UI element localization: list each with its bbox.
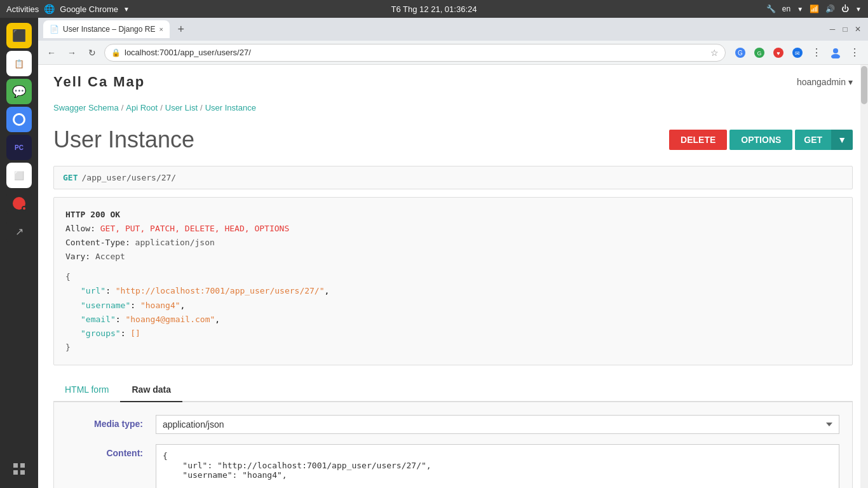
lang-arrow[interactable]: ▼ [797, 6, 803, 13]
delete-button[interactable]: DELETE [669, 130, 727, 150]
browser-name-label[interactable]: Google Chrome [60, 4, 118, 14]
sidebar-icon-home[interactable]: ⬛ [6, 23, 32, 48]
svg-rect-3 [20, 470, 25, 475]
extensions-button[interactable]: ⋮ [808, 44, 825, 61]
username-label: hoangadmin [797, 77, 846, 87]
sidebar-icon-chrome[interactable] [6, 107, 32, 132]
os-datetime: T6 Thg 12 21, 01:36:24 [391, 4, 477, 14]
action-buttons: DELETE OPTIONS GET ▼ [669, 130, 853, 150]
profile-icon[interactable] [827, 44, 844, 61]
os-dropdown-arrow[interactable]: ▼ [123, 6, 130, 13]
tab-favicon: 📄 [50, 25, 59, 34]
svg-text:G: G [738, 50, 743, 57]
breadcrumb-api-root[interactable]: Api Root [126, 103, 158, 112]
extension-icon-4[interactable]: ✉ [789, 44, 806, 61]
sidebar-bottom [6, 456, 32, 482]
content-label: Content: [67, 444, 143, 458]
browser-tab[interactable]: 📄 User Instance – Django RE × [43, 20, 170, 38]
tab-label: User Instance – Django RE [63, 25, 155, 34]
content-textarea[interactable]: { "url": "http://localhost:7001/app_user… [156, 444, 839, 488]
new-tab-button[interactable]: + [172, 20, 190, 38]
sidebar: ⬛ 📋 💬 PC ⬜ ↗ [0, 18, 38, 488]
user-menu[interactable]: hoangadmin ▾ [797, 77, 853, 87]
app-logo: Yell Ca Map [53, 74, 145, 90]
response-status-line: HTTP 200 OK [65, 208, 841, 222]
extension-icon-1[interactable]: G [732, 44, 749, 61]
email-value: "hoang4@gmail.com" [125, 315, 215, 324]
svg-text:✉: ✉ [795, 50, 800, 57]
allow-label: Allow: [65, 224, 95, 233]
get-button-group: GET ▼ [795, 130, 853, 150]
svg-point-12 [833, 48, 838, 53]
main-content: User Instance DELETE OPTIONS GET ▼ GET/a… [38, 120, 868, 488]
tab-close-button[interactable]: × [159, 25, 163, 33]
power-arrow[interactable]: ▼ [855, 6, 862, 13]
close-brace: } [65, 342, 71, 352]
dev-icon: PC [15, 144, 24, 151]
page-title-row: User Instance DELETE OPTIONS GET ▼ [53, 126, 853, 153]
more-menu-button[interactable]: ⋮ [846, 44, 863, 61]
media-type-select[interactable]: application/json [156, 415, 839, 434]
sidebar-icon-white[interactable]: ⬜ [6, 163, 32, 188]
os-bar-right: 🔧 en ▼ 📶 🔊 ⏻ ▼ [766, 4, 862, 13]
groups-key: "groups" [81, 329, 121, 338]
browser-toolbar: ← → ↻ 🔒 localhost:7001/app_user/users/27… [38, 41, 868, 65]
volume-icon: 🔊 [825, 4, 835, 13]
power-icon: ⏻ [841, 4, 849, 13]
request-path: /app_user/users/27/ [81, 173, 176, 182]
svg-text:G: G [757, 50, 761, 57]
back-button[interactable]: ← [43, 44, 60, 61]
minimize-button[interactable]: ─ [827, 24, 837, 34]
options-button[interactable]: OPTIONS [729, 130, 792, 150]
get-request-box: GET/app_user/users/27/ [53, 166, 853, 189]
close-window-button[interactable]: ✕ [853, 24, 863, 34]
svg-point-13 [831, 54, 840, 58]
sidebar-icon-dev[interactable]: PC [6, 135, 32, 160]
get-dropdown-button[interactable]: ▼ [831, 130, 853, 150]
url-text: localhost:7001/app_user/users/27/ [125, 48, 707, 57]
media-type-label: Media type: [67, 415, 143, 429]
content-field: { "url": "http://localhost:7001/app_user… [156, 444, 839, 488]
svg-text:♥: ♥ [776, 50, 780, 57]
sidebar-icon-red[interactable] [6, 191, 32, 216]
email-key: "email" [81, 315, 116, 324]
ct-label: Content-Type: [65, 238, 130, 247]
os-bar: Activities 🌐 Google Chrome ▼ T6 Thg 12 2… [0, 0, 868, 18]
os-bar-left: Activities 🌐 Google Chrome ▼ [6, 4, 130, 14]
ct-value: application/json [135, 238, 215, 247]
lang-label: en [782, 4, 790, 13]
sidebar-icon-files[interactable]: 📋 [6, 51, 32, 76]
bookmark-star-icon[interactable]: ☆ [710, 48, 719, 58]
get-button[interactable]: GET [795, 130, 831, 150]
response-ct-line: Content-Type: application/json [65, 236, 841, 250]
lock-icon: 🔒 [111, 48, 121, 57]
tab-raw-data[interactable]: Raw data [120, 378, 182, 402]
chat-icon: 💬 [12, 85, 26, 98]
response-box: HTTP 200 OK Allow: GET, PUT, PATCH, DELE… [53, 197, 853, 365]
svg-rect-1 [20, 463, 25, 468]
forward-button[interactable]: → [64, 44, 80, 61]
breadcrumb-user-list[interactable]: User List [165, 103, 198, 112]
media-type-row: Media type: application/json [67, 415, 839, 434]
extension-icon-2[interactable]: G [751, 44, 768, 61]
breadcrumb-swagger[interactable]: Swagger Schema [53, 103, 119, 112]
sidebar-grid-icon[interactable] [6, 456, 32, 482]
address-bar[interactable]: 🔒 localhost:7001/app_user/users/27/ ☆ [104, 44, 726, 62]
window-controls: ─ □ ✕ [827, 24, 863, 34]
response-allow-line: Allow: GET, PUT, PATCH, DELETE, HEAD, OP… [65, 222, 841, 236]
username-value: "hoang4" [140, 301, 180, 310]
scrollbar-thumb[interactable] [861, 66, 867, 104]
tab-html-form[interactable]: HTML form [53, 378, 120, 402]
home-icon: ⬛ [12, 29, 26, 43]
extension-icon-3[interactable]: ♥ [770, 44, 787, 61]
maximize-button[interactable]: □ [840, 24, 850, 34]
media-type-field: application/json [156, 415, 839, 434]
sidebar-icon-arrow[interactable]: ↗ [6, 219, 32, 244]
activities-label[interactable]: Activities [6, 4, 39, 14]
reload-button[interactable]: ↻ [84, 44, 100, 61]
open-brace: { [65, 272, 71, 281]
sidebar-icon-chat[interactable]: 💬 [6, 79, 32, 104]
scrollbar[interactable] [860, 65, 868, 488]
svg-rect-0 [13, 463, 18, 468]
white-app-icon: ⬜ [14, 171, 24, 180]
